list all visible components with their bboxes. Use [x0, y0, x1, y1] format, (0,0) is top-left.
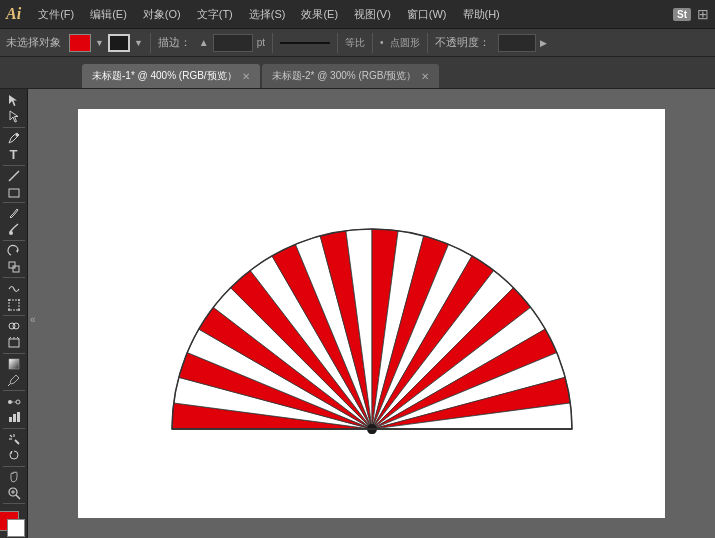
tool-sep-2	[3, 165, 25, 166]
menu-bar: Ai 文件(F) 编辑(E) 对象(O) 文字(T) 选择(S) 效果(E) 视…	[0, 0, 715, 29]
tab-2-close[interactable]: ✕	[421, 71, 429, 82]
svg-point-11	[13, 323, 19, 329]
menu-select[interactable]: 选择(S)	[242, 4, 293, 25]
document-tabs: 未标题-1* @ 400% (RGB/预览） ✕ 未标题-2* @ 300% (…	[0, 57, 715, 89]
app-logo: Ai	[6, 5, 21, 23]
opacity-input[interactable]: 100%	[498, 34, 536, 52]
graph-tool[interactable]	[2, 410, 26, 425]
scale-tool[interactable]	[2, 260, 26, 275]
svg-point-2	[9, 231, 13, 235]
tool-sep-8	[3, 390, 25, 391]
fan-graphic	[167, 214, 577, 436]
menu-file[interactable]: 文件(F)	[31, 4, 81, 25]
selection-label: 未选择对象	[6, 35, 61, 50]
separator-3	[337, 33, 338, 53]
menu-help[interactable]: 帮助(H)	[456, 4, 507, 25]
svg-line-24	[10, 435, 12, 437]
dot-label: 点圆形	[390, 36, 420, 50]
menu-items: 文件(F) 编辑(E) 对象(O) 文字(T) 选择(S) 效果(E) 视图(V…	[31, 4, 507, 25]
shape-builder-tool[interactable]	[2, 319, 26, 334]
zoom-tool[interactable]	[2, 485, 26, 500]
pencil-tool[interactable]	[2, 206, 26, 221]
rotate-tool[interactable]	[2, 244, 26, 259]
lasso-tool[interactable]	[2, 448, 26, 463]
stroke-line-preview	[280, 42, 330, 44]
svg-rect-22	[17, 412, 20, 422]
stroke-color-swatch[interactable]	[108, 34, 130, 52]
separator-2	[272, 33, 273, 53]
canvas-document	[78, 109, 665, 518]
svg-point-9	[18, 309, 20, 311]
tab-1-label: 未标题-1* @ 400% (RGB/预览）	[92, 69, 237, 83]
menu-edit[interactable]: 编辑(E)	[83, 4, 134, 25]
tool-sep-11	[3, 503, 25, 504]
left-toolbar: T	[0, 89, 28, 538]
svg-rect-12	[9, 339, 19, 347]
svg-rect-3	[9, 262, 15, 268]
svg-rect-5	[9, 300, 19, 310]
menu-view[interactable]: 视图(V)	[347, 4, 398, 25]
tool-sep-9	[3, 428, 25, 429]
stroke-unit: pt	[257, 37, 265, 48]
rect-tool[interactable]	[2, 184, 26, 199]
svg-line-28	[16, 495, 20, 499]
menu-effect[interactable]: 效果(E)	[294, 4, 345, 25]
svg-point-6	[8, 299, 10, 301]
menu-window[interactable]: 窗口(W)	[400, 4, 454, 25]
tab-2[interactable]: 未标题-2* @ 300% (RGB/预览） ✕	[262, 64, 440, 88]
scroll-indicator: «	[30, 314, 36, 325]
tool-sep-3	[3, 202, 25, 203]
warp-tool[interactable]	[2, 281, 26, 296]
color-section	[0, 511, 29, 538]
stroke-value-input[interactable]: 0.25	[213, 34, 253, 52]
svg-rect-16	[9, 359, 19, 369]
svg-point-0	[15, 134, 18, 137]
separator-4	[372, 33, 373, 53]
dot-size: •	[380, 37, 384, 48]
tool-sep-6	[3, 315, 25, 316]
grid-icon[interactable]: ⊞	[697, 6, 709, 22]
tab-1-close[interactable]: ✕	[242, 71, 250, 82]
menu-type[interactable]: 文字(T)	[190, 4, 240, 25]
background-color[interactable]	[7, 519, 25, 537]
brush-tool[interactable]	[2, 222, 26, 237]
gradient-tool[interactable]	[2, 356, 26, 371]
hand-tool[interactable]	[2, 469, 26, 484]
menu-right: St ⊞	[673, 6, 709, 22]
tool-sep-10	[3, 466, 25, 467]
menu-object[interactable]: 对象(O)	[136, 4, 188, 25]
svg-point-18	[8, 400, 12, 404]
separator-1	[150, 33, 151, 53]
ratio-label: 等比	[345, 36, 365, 50]
free-transform-tool[interactable]	[2, 297, 26, 312]
fill-color-swatch[interactable]	[69, 34, 91, 52]
stroke-label: 描边：	[158, 35, 191, 50]
tool-sep-5	[3, 277, 25, 278]
svg-rect-20	[9, 417, 12, 422]
type-tool[interactable]: T	[2, 147, 26, 162]
tool-sep-1	[3, 127, 25, 128]
magic-wand-tool[interactable]	[2, 432, 26, 447]
line-tool[interactable]	[2, 168, 26, 183]
select-tool[interactable]	[2, 93, 26, 108]
fan-svg	[167, 214, 577, 434]
svg-point-8	[8, 309, 10, 311]
main-area: T	[0, 89, 715, 538]
pen-tool[interactable]	[2, 131, 26, 146]
tab-2-label: 未标题-2* @ 300% (RGB/预览）	[272, 69, 417, 83]
options-toolbar: 未选择对象 ▼ ▼ 描边： ▲ 0.25 pt 等比 • 点圆形 不透明度： 1…	[0, 29, 715, 57]
fill-dropdown[interactable]: ▼	[95, 38, 104, 48]
artboard-tool[interactable]	[2, 335, 26, 350]
tab-1[interactable]: 未标题-1* @ 400% (RGB/预览） ✕	[82, 64, 260, 88]
eyedropper-tool[interactable]	[2, 372, 26, 387]
tool-sep-7	[3, 353, 25, 354]
stroke-dropdown[interactable]: ▼	[134, 38, 143, 48]
opacity-label: 不透明度：	[435, 35, 490, 50]
svg-rect-1	[9, 189, 19, 197]
st-badge: St	[673, 8, 691, 21]
svg-point-7	[18, 299, 20, 301]
opacity-dropdown[interactable]: ▶	[540, 38, 547, 48]
direct-select-tool[interactable]	[2, 109, 26, 124]
blend-tool[interactable]	[2, 394, 26, 409]
stroke-up-arrow[interactable]: ▲	[199, 37, 209, 48]
